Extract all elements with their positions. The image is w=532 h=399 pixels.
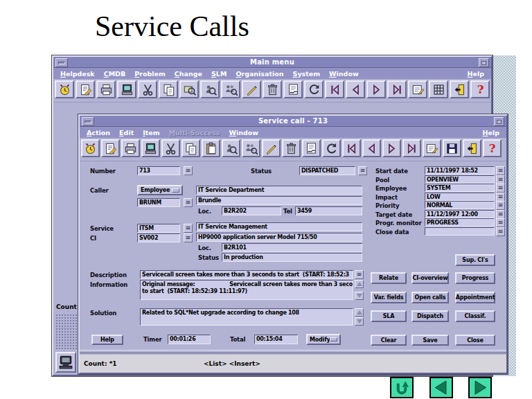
trash-icon-button[interactable] (282, 139, 301, 157)
solution-scroll-up-icon[interactable] (355, 308, 364, 317)
nav-previous-icon-button[interactable] (346, 80, 365, 98)
caller-type-option-menu[interactable]: Employee (137, 185, 183, 195)
nav-first-icon-button[interactable] (342, 139, 361, 157)
dispatch-button[interactable]: Dispatch (411, 310, 449, 322)
sup-cis-button[interactable]: Sup. CI's (455, 254, 495, 266)
menu-action[interactable]: Action (87, 129, 110, 136)
caller-list-icon-button[interactable] (184, 198, 193, 207)
modify-option-menu[interactable]: Modify (306, 334, 341, 345)
menu-help[interactable]: Help (483, 129, 499, 136)
nav-first-icon-button[interactable] (325, 80, 344, 98)
service-name-field[interactable]: IT Service Management (196, 222, 362, 231)
appointment-button[interactable]: Appointment (455, 292, 495, 303)
paste-icon-button[interactable] (202, 139, 220, 157)
workstation-icon-button[interactable] (141, 139, 160, 157)
start-date-list-icon-button[interactable] (496, 166, 505, 175)
menu-slm[interactable]: SLM (211, 70, 227, 78)
close-button[interactable]: Close (455, 335, 495, 346)
description-list-icon-button[interactable] (355, 270, 364, 279)
information-scroll-up-icon[interactable] (355, 280, 364, 288)
caller-tel-field[interactable]: 3459 (295, 206, 362, 215)
status-field[interactable]: DISPATCHED (299, 166, 355, 175)
grid-table-icon-button[interactable] (429, 80, 448, 98)
sla-button[interactable]: SLA (371, 310, 407, 322)
clear-button[interactable]: Clear (371, 335, 407, 346)
service-list-icon-button[interactable] (184, 224, 193, 233)
priority-field[interactable]: NORMAL (425, 201, 495, 209)
menu-item[interactable]: Item (143, 129, 159, 136)
nav-next-icon-button[interactable] (382, 139, 401, 157)
note-pen-icon-button[interactable] (101, 139, 120, 157)
call-window-titlebar[interactable]: Service call - 713 (80, 116, 506, 127)
pool-field[interactable]: OPENVIEW (425, 175, 495, 184)
scissors-icon-button[interactable] (161, 139, 180, 157)
save-button[interactable]: Save (411, 335, 449, 346)
total-field[interactable]: 00:15:04 (254, 335, 298, 344)
menu-window[interactable]: Window (229, 129, 258, 136)
sign-document-icon-button[interactable] (283, 80, 303, 98)
progress-monitor-list-icon-button[interactable] (496, 218, 505, 227)
close-date-list-icon-button[interactable] (496, 227, 505, 236)
ci-loc-field[interactable]: B2R101 (222, 243, 362, 252)
number-field[interactable]: 713 (137, 166, 180, 175)
impact-field[interactable]: LOW (425, 193, 495, 201)
nav-next-icon-button[interactable] (366, 80, 386, 98)
var-fields-button[interactable]: Var. fields (371, 292, 407, 303)
copy-icon-button[interactable] (159, 80, 178, 98)
printer-icon-button[interactable] (96, 80, 116, 98)
ci-status-field[interactable]: In production (222, 253, 362, 262)
menu-edit[interactable]: Edit (119, 129, 134, 136)
employee-list-icon-button[interactable] (496, 184, 505, 193)
help-question-icon-button[interactable]: ? (483, 139, 502, 157)
ci-list-icon-button[interactable] (184, 233, 193, 242)
find-person-icon-button[interactable] (200, 80, 220, 98)
alarm-clock-icon-button[interactable] (81, 139, 100, 157)
menu-system[interactable]: System (293, 70, 321, 78)
find-people-icon-button[interactable] (242, 139, 260, 157)
menu-help[interactable]: Help (468, 70, 484, 78)
classif-button[interactable]: Classif. (455, 310, 495, 322)
window-menu-icon[interactable] (55, 58, 68, 67)
save-floppy-icon-button[interactable] (443, 139, 461, 157)
ci-overview-button[interactable]: CI-overview (411, 272, 449, 284)
find-person-icon-button[interactable] (222, 139, 240, 157)
pencil-icon-button[interactable] (242, 80, 261, 98)
workstation-icon-button[interactable] (117, 80, 136, 98)
form-edit-icon-button[interactable] (408, 80, 427, 98)
window-restore-icon[interactable] (494, 117, 504, 126)
solution-field[interactable]: Related to SQL*Net upgrade according to … (140, 308, 353, 326)
sign-document-icon-button[interactable] (302, 139, 321, 157)
exit-door-icon-button[interactable] (463, 139, 481, 157)
find-folder-icon-button[interactable] (179, 80, 199, 98)
trash-icon-button[interactable] (263, 80, 282, 98)
main-window-titlebar[interactable]: Main menu (53, 57, 491, 68)
form-edit-icon-button[interactable] (423, 139, 441, 157)
next-slide-button[interactable] (468, 377, 492, 398)
menu-problem[interactable]: Problem (134, 70, 166, 78)
help-question-icon-button[interactable]: ? (470, 80, 490, 98)
return-button[interactable] (390, 377, 414, 398)
priority-list-icon-button[interactable] (496, 201, 505, 210)
ci-code-field[interactable]: SV002 (137, 233, 180, 242)
refresh-icon-button[interactable] (304, 80, 323, 98)
nav-last-icon-button[interactable] (402, 139, 421, 157)
caller-org-field[interactable]: IT Service Department (196, 186, 362, 195)
start-date-field[interactable]: 11/11/1997 18:52 (425, 166, 495, 175)
employee-field[interactable]: SYSTEM (425, 184, 495, 192)
nav-last-icon-button[interactable] (387, 80, 407, 98)
ci-name-field[interactable]: HP9000 application server Model 715/50 (196, 233, 362, 242)
progress-button[interactable]: Progress (455, 272, 495, 284)
description-field[interactable]: Servicecall screen takes more than 3 sec… (140, 270, 353, 279)
timer-field[interactable]: 00:01:26 (168, 335, 211, 344)
open-calls-button[interactable]: Open calls (411, 292, 449, 303)
scissors-icon-button[interactable] (138, 80, 157, 98)
caller-name-field[interactable]: Brundle (196, 196, 362, 205)
window-restore-icon[interactable] (479, 58, 489, 67)
previous-slide-button[interactable] (429, 377, 453, 398)
menu-change[interactable]: Change (175, 70, 202, 78)
solution-scroll-down-icon[interactable] (355, 317, 364, 326)
alarm-clock-icon-button[interactable] (55, 80, 74, 98)
menu-cmdb[interactable]: CMDB (104, 70, 126, 78)
menu-helpdesk[interactable]: Helpdesk (60, 70, 95, 78)
progress-monitor-field[interactable]: PROGRESS (425, 218, 495, 227)
